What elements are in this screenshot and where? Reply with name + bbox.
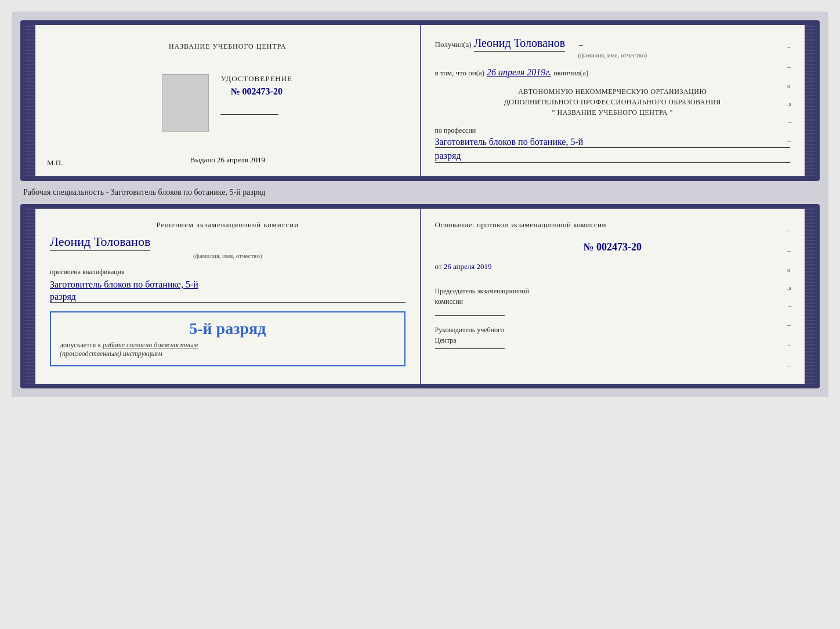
edge-text-arrow: ←: [787, 119, 793, 125]
right-edge-marks: – – и ,а ← – – – – –: [787, 42, 793, 181]
issued-line: Выдано 26 апреля 2019: [50, 155, 405, 165]
from-prefix: от: [435, 262, 442, 271]
person-name: Леонид Толованов: [50, 234, 150, 251]
profession-value: Заготовитель блоков по ботанике, 5-й: [435, 137, 791, 148]
certified-row: в том, что он(а) 26 апреля 2019г. окончи…: [435, 67, 791, 78]
first-document: НАЗВАНИЕ УЧЕБНОГО ЦЕНТРА УДОСТОВЕРЕНИЕ №…: [20, 20, 820, 181]
cert-number: № 002473-20: [220, 86, 292, 97]
org-block: АВТОНОМНУЮ НЕКОММЕРЧЕСКУЮ ОРГАНИЗАЦИЮ ДО…: [435, 86, 791, 118]
decision-text: Решением экзаменационной комиссии: [50, 220, 405, 230]
assigned-label: присвоена квалификация: [50, 268, 405, 277]
chairman-title: Председатель экзаменационной комиссии: [435, 286, 791, 307]
dash2-6: –: [787, 381, 793, 388]
head-line2: Центра: [435, 335, 791, 346]
org-line2: ДОПОЛНИТЕЛЬНОГО ПРОФЕССИОНАЛЬНОГО ОБРАЗО…: [435, 97, 791, 107]
dash2-2: –: [787, 246, 793, 255]
doc2-right-panel: Основание: протокол экзаменационной коми…: [421, 209, 805, 384]
chairman-line1: Председатель экзаменационной: [435, 286, 791, 296]
protocol-number: № 002473-20: [435, 241, 791, 253]
cert-number-value: 002473-20: [242, 86, 283, 96]
from-date-row: от 26 апреля 2019: [435, 262, 791, 271]
certified-suffix: окончил(а): [553, 68, 588, 77]
dash1: –: [579, 40, 583, 49]
profession-label: по профессии: [435, 126, 791, 135]
edge-text-i: и: [787, 83, 793, 89]
dash-5: –: [787, 177, 793, 181]
texture-left: [25, 25, 35, 176]
admits-text1: допускается к: [60, 341, 101, 349]
page-container: НАЗВАНИЕ УЧЕБНОГО ЦЕНТРА УДОСТОВЕРЕНИЕ №…: [12, 12, 828, 397]
second-document: Решением экзаменационной комиссии Леонид…: [20, 204, 820, 388]
dash-4: –: [787, 157, 793, 166]
fio-label-1: (фамилия, имя, отчество): [435, 52, 791, 59]
recipient-name: Леонид Толованов: [474, 37, 566, 52]
dash2-1: –: [787, 226, 793, 235]
edge-text-a: ,а: [787, 101, 793, 107]
org-line3: " НАЗВАНИЕ УЧЕБНОГО ЦЕНТРА ": [435, 107, 791, 118]
rank-value-1: разряд: [435, 151, 791, 163]
fio-label-2: (фамилия, имя, отчество): [50, 252, 405, 259]
doc1-left-panel: НАЗВАНИЕ УЧЕБНОГО ЦЕНТРА УДОСТОВЕРЕНИЕ №…: [35, 25, 421, 176]
head-title: Руководитель учебного Центра: [435, 325, 791, 346]
qual-value: Заготовитель блоков по ботанике, 5-й: [50, 279, 198, 289]
dash-1: –: [787, 42, 793, 51]
admits-text3: (производственным) инструкциям: [60, 350, 162, 358]
doc1-school-name: НАЗВАНИЕ УЧЕБНОГО ЦЕНТРА: [50, 42, 405, 51]
qual-block: Заготовитель блоков по ботанике, 5-й раз…: [50, 279, 405, 303]
photo-placeholder: [162, 74, 209, 132]
dash-3: –: [787, 137, 793, 146]
rank-box: 5-й разряд допускается к работе согласно…: [50, 311, 405, 366]
mp-label: М.П.: [47, 158, 63, 168]
edge2-text-i: и: [787, 267, 793, 273]
admits-text: допускается к работе согласно должностны…: [60, 341, 396, 358]
person-name-row: Леонид Толованов (фамилия, имя, отчество…: [50, 234, 405, 259]
edge2-arrow: ←: [787, 303, 793, 309]
cert-number-prefix: №: [231, 86, 240, 96]
edge2-text-a: ,а: [787, 285, 793, 291]
dash2-4: –: [787, 341, 793, 350]
right-edge-marks-2: – – и ,а ← – – – – –: [787, 226, 793, 388]
issued-date: 26 апреля 2019: [217, 155, 265, 164]
dash2-3: –: [787, 321, 793, 329]
chairman-line2: комиссии: [435, 296, 791, 307]
cert-info: УДОСТОВЕРЕНИЕ № 002473-20: [220, 74, 292, 115]
texture-left-2: [25, 209, 35, 384]
basis-title: Основание: протокол экзаменационной коми…: [435, 220, 791, 230]
rank-box-number: 5-й разряд: [60, 319, 396, 338]
head-signature-line: [435, 348, 505, 349]
texture-right: [805, 25, 815, 176]
texture-right-2: [805, 209, 815, 384]
cert-title: УДОСТОВЕРЕНИЕ: [220, 74, 292, 83]
doc1-right-panel: Получил(а) Леонид Толованов – (фамилия, …: [421, 25, 805, 176]
photo-cert-row: УДОСТОВЕРЕНИЕ № 002473-20: [50, 74, 405, 132]
received-prefix: Получил(а): [435, 40, 472, 49]
issued-label: Выдано: [190, 155, 215, 164]
rank-handwritten: разряд: [50, 292, 405, 303]
admits-text2: работе согласно должностным: [103, 341, 198, 349]
certified-prefix: в том, что он(а): [435, 68, 485, 77]
received-row: Получил(а) Леонид Толованов – (фамилия, …: [435, 37, 791, 59]
chairman-signature-line: [435, 315, 505, 316]
dash-2: –: [787, 63, 793, 71]
separator-text: Рабочая специальность - Заготовитель бло…: [20, 181, 820, 204]
profession-block: по профессии Заготовитель блоков по бота…: [435, 126, 791, 163]
doc2-left-panel: Решением экзаменационной комиссии Леонид…: [35, 209, 421, 384]
head-line1: Руководитель учебного: [435, 325, 791, 335]
certified-date: 26 апреля 2019г.: [487, 67, 551, 77]
org-line1: АВТОНОМНУЮ НЕКОММЕРЧЕСКУЮ ОРГАНИЗАЦИЮ: [435, 86, 791, 97]
dash2-5: –: [787, 361, 793, 370]
from-date-value: 26 апреля 2019: [444, 262, 492, 271]
